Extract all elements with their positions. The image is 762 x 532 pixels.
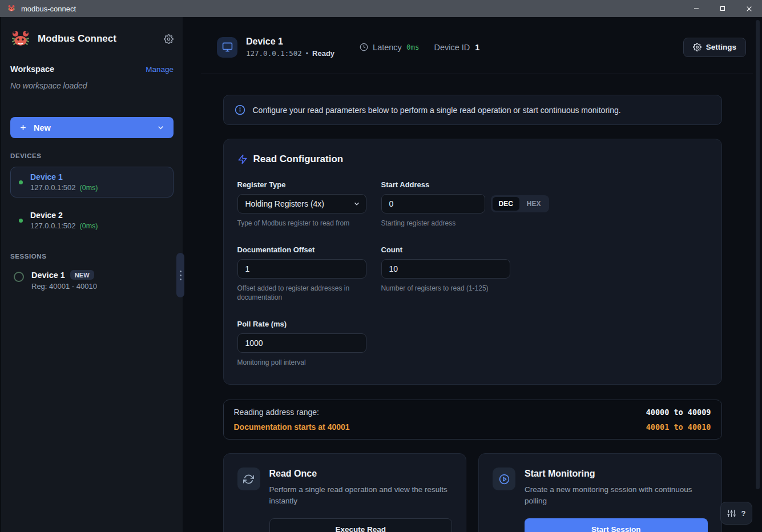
- session-status-ring: [14, 272, 24, 282]
- crab-app-icon: [7, 4, 16, 13]
- device-header: Device 1 127.0.0.1:502 • Ready Latency 0…: [201, 17, 753, 74]
- workspace-status: No workspace loaded: [10, 81, 174, 90]
- content-column: Configure your read parameters below to …: [223, 95, 722, 532]
- poll-rate-input[interactable]: [237, 333, 366, 353]
- device-info: Device 2 127.0.0.1:502 (0ms): [30, 211, 98, 230]
- device-address: 127.0.0.1:502: [30, 221, 76, 230]
- raw-address-range: 40000 to 40009: [646, 408, 711, 417]
- refresh-icon: [237, 467, 260, 490]
- documentation-offset-label: Documentation Offset: [237, 245, 366, 254]
- count-input[interactable]: [381, 259, 510, 279]
- separator-dot: •: [306, 50, 308, 58]
- settings-button-label: Settings: [706, 43, 736, 51]
- device-online-dot: [19, 219, 23, 223]
- vertical-scrollbar[interactable]: [756, 20, 760, 489]
- dec-hex-toggle: DEC HEX: [491, 195, 549, 212]
- sidebar-settings-gear-icon[interactable]: [164, 34, 174, 44]
- device-address: 127.0.0.1:502: [246, 49, 302, 58]
- latency-label: Latency: [373, 43, 402, 52]
- count-field: Count Number of registers to read (1-125…: [381, 245, 547, 302]
- poll-rate-label: Poll Rate (ms): [237, 320, 366, 328]
- start-address-input[interactable]: [381, 194, 485, 213]
- app-title: Modbus Connect: [38, 33, 157, 45]
- sessions-section-header: SESSIONS: [10, 253, 174, 260]
- start-address-label: Start Address: [381, 180, 547, 189]
- window-controls: [683, 0, 762, 17]
- monitor-icon: [217, 37, 237, 58]
- session-registers: Reg: 40001 - 40010: [31, 282, 97, 291]
- manage-workspace-link[interactable]: Manage: [146, 65, 174, 74]
- device-id-value: 1: [475, 43, 479, 52]
- close-button[interactable]: [736, 0, 762, 17]
- read-configuration-card: Read Configuration Register Type Holding…: [223, 139, 722, 385]
- poll-rate-help: Monitoring poll interval: [237, 358, 366, 367]
- main-panel: Device 1 127.0.0.1:502 • Ready Latency 0…: [183, 17, 762, 532]
- zap-icon: [237, 154, 248, 164]
- register-type-select[interactable]: Holding Registers (4x): [237, 194, 366, 213]
- play-circle-icon: [493, 467, 515, 490]
- gear-icon: [693, 43, 701, 51]
- session-info: Device 1 NEW Reg: 40001 - 40010: [31, 270, 97, 291]
- titlebar: modbus-connect: [0, 0, 762, 17]
- chevron-down-icon[interactable]: [156, 123, 165, 132]
- start-session-button[interactable]: Start Session: [525, 518, 708, 532]
- workspace-section: Workspace Manage: [10, 65, 174, 74]
- window-title: modbus-connect: [21, 5, 76, 13]
- minimize-button[interactable]: [683, 0, 709, 17]
- register-type-label: Register Type: [237, 180, 366, 189]
- help-button[interactable]: ?: [741, 509, 746, 518]
- documentation-address-range: 40001 to 40010: [646, 422, 711, 432]
- poll-rate-field: Poll Rate (ms) Monitoring poll interval: [237, 320, 366, 367]
- info-banner-text: Configure your read parameters below to …: [253, 106, 621, 115]
- clock-icon: [360, 43, 368, 51]
- hex-toggle[interactable]: HEX: [521, 197, 547, 211]
- sidebar: Modbus Connect Workspace Manage No works…: [1, 17, 183, 532]
- device-title: Device 1: [246, 37, 334, 47]
- sidebar-resize-handle[interactable]: [176, 253, 184, 297]
- latency-value: 0ms: [406, 43, 420, 51]
- minimize-icon: [693, 5, 700, 12]
- device-info: Device 1 127.0.0.1:502 (0ms): [30, 172, 98, 192]
- session-name: Device 1: [31, 271, 65, 280]
- read-configuration-title: Read Configuration: [253, 154, 344, 165]
- sidebar-header: Modbus Connect: [10, 29, 174, 49]
- latency-group: Latency 0ms: [360, 43, 419, 52]
- device-id-label: Device ID: [434, 43, 470, 52]
- device-online-dot: [19, 180, 23, 184]
- new-button-label: New: [34, 123, 51, 132]
- floating-toolbar: ?: [720, 502, 752, 525]
- device-list-item-2[interactable]: Device 2 127.0.0.1:502 (0ms): [10, 205, 174, 236]
- settings-button[interactable]: Settings: [683, 38, 746, 57]
- info-icon: [235, 104, 245, 115]
- workspace-label: Workspace: [10, 65, 54, 74]
- maximize-button[interactable]: [709, 0, 736, 17]
- start-monitoring-description: Create a new monitoring session with con…: [525, 484, 708, 507]
- devices-section-header: DEVICES: [10, 152, 174, 159]
- maximize-icon: [719, 5, 726, 12]
- sliders-icon[interactable]: [727, 509, 736, 518]
- new-button[interactable]: New: [10, 117, 174, 138]
- device-status: Ready: [312, 49, 334, 58]
- execute-read-button[interactable]: Execute Read: [269, 518, 453, 532]
- read-once-title: Read Once: [269, 467, 453, 479]
- device-meta: Device 1 127.0.0.1:502 • Ready: [246, 37, 334, 58]
- count-label: Count: [381, 245, 547, 254]
- session-list-item[interactable]: Device 1 NEW Reg: 40001 - 40010: [10, 270, 174, 291]
- start-monitoring-card: Start Monitoring Create a new monitoring…: [478, 453, 722, 532]
- dec-toggle[interactable]: DEC: [493, 197, 519, 211]
- device-id-group: Device ID 1: [434, 43, 479, 52]
- register-type-help: Type of Modbus register to read from: [237, 219, 366, 228]
- actions-row: Read Once Perform a single read operatio…: [223, 453, 722, 532]
- documentation-offset-input[interactable]: [237, 259, 366, 279]
- device-list-item-1[interactable]: Device 1 127.0.0.1:502 (0ms): [10, 167, 174, 198]
- info-banner: Configure your read parameters below to …: [223, 95, 722, 125]
- plus-icon: [19, 123, 27, 132]
- device-latency: (0ms): [80, 184, 98, 192]
- device-name: Device 1: [30, 172, 98, 182]
- count-help: Number of registers to read (1-125): [381, 284, 513, 293]
- documentation-start-note: Documentation starts at 40001: [234, 422, 350, 432]
- address-range-box: Reading address range: 40000 to 40009 Do…: [223, 400, 722, 440]
- documentation-offset-help: Offset added to register addresses in do…: [237, 284, 366, 302]
- read-once-card: Read Once Perform a single read operatio…: [223, 453, 467, 532]
- documentation-offset-field: Documentation Offset Offset added to reg…: [237, 245, 366, 302]
